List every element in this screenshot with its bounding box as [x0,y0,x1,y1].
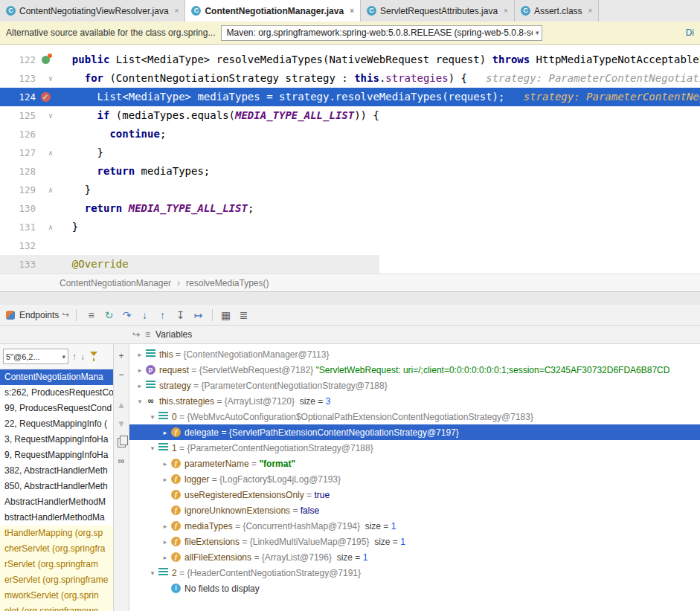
chevron-open-icon[interactable]: ▾ [148,444,157,452]
chevron-closed-icon[interactable]: ▸ [135,366,144,374]
variable-row[interactable]: ▾1 = {ParameterContentNegotiationStrateg… [129,440,700,456]
code-line[interactable]: 124 List<MediaType> mediaTypes = strateg… [0,88,700,106]
filter-frames-icon[interactable] [90,352,97,361]
move-down-icon[interactable]: ▼ [115,416,128,431]
tab-close-icon[interactable]: × [588,7,593,15]
frame-item[interactable]: rServlet (org.springfram [0,557,113,572]
source-jar-select[interactable]: Maven: org.springframework:spring-web:5.… [221,25,542,41]
code-line[interactable]: 130 return MEDIA_TYPE_ALL_LIST; [0,199,700,218]
variable-row[interactable]: ▸allFileExtensions = {ArrayList@7196} si… [129,549,700,565]
jump-to-source-icon[interactable]: ↪ [62,310,68,320]
view-options-icon[interactable]: ≡ [83,307,100,323]
frame-item[interactable]: 850, AbstractHandlerMeth [0,479,113,494]
move-to-watches-icon[interactable]: ↪ [132,329,140,340]
layout-settings-icon[interactable]: ≣ [236,307,252,323]
breakpoint-icon[interactable] [41,92,51,102]
view-as-grid-icon[interactable]: ▦ [218,307,234,323]
editor-tab[interactable]: CContentNegotiationManager.java× [185,0,361,22]
chevron-closed-icon[interactable]: ▸ [135,351,144,358]
variable-row[interactable]: ▸logger = {LogFactory$Log4jLog@7193} [129,471,700,487]
variable-row[interactable]: No fields to display [129,581,700,596]
code-line[interactable]: 133 @Override [0,255,700,274]
variable-row[interactable]: ▸strategy = {ParameterContentNegotiation… [129,378,700,393]
endpoints-tab[interactable]: Endpoints [19,310,59,320]
tab-close-icon[interactable]: × [175,7,179,15]
frame-item[interactable]: mworkServlet (org.sprin [0,588,113,604]
show-watches-icon[interactable]: ∞ [115,453,128,468]
variable-name: fileExtensions [184,537,240,547]
frame-item[interactable]: AbstractHandlerMethodM [0,494,113,510]
code-line[interactable]: 127∧ } [0,143,700,162]
frame-item[interactable]: 22, RequestMappingInfo ( [0,416,113,432]
frame-item[interactable]: s:262, ProducesRequestCo [0,385,113,401]
variable-row[interactable]: ▸request = {ServletWebRequest@7182} "Ser… [129,362,700,378]
tab-close-icon[interactable]: × [504,7,508,15]
variable-row[interactable]: useRegisteredExtensionsOnly = true [129,487,700,502]
code-line[interactable]: 125∨ if (mediaTypes.equals(MEDIA_TYPE_AL… [0,106,700,125]
frame-item[interactable]: 99, ProducesRequestCond [0,401,113,416]
run-to-cursor-icon[interactable]: ↦ [190,307,207,323]
code-line[interactable]: 131∧ } [0,218,700,236]
frame-item[interactable]: elet (org springframewo [0,604,113,611]
add-watch-icon[interactable]: + [115,349,128,363]
drop-frame-icon[interactable]: ↧ [173,307,189,323]
disable-link[interactable]: Di [686,28,694,38]
chevron-closed-icon[interactable]: ▸ [161,476,170,483]
editor-tab[interactable]: CServletRequestAttributes.java× [361,0,515,22]
frame-item[interactable]: bstractHandlerMethodMa [0,510,113,526]
frame-item[interactable]: 3, RequestMappingInfoHa [0,432,113,447]
frame-item[interactable]: 382, AbstractHandlerMeth [0,463,113,479]
chevron-open-icon[interactable]: ▾ [148,413,157,421]
frame-item[interactable]: tHandlerMapping (org.sp [0,526,113,541]
next-frame-icon[interactable]: ↓ [80,352,85,362]
code-line[interactable]: 128 return mediaTypes; [0,162,700,181]
code-line[interactable]: 122 public List<MediaType> resolveMediaT… [0,51,700,69]
chevron-closed-icon[interactable]: ▸ [161,538,170,546]
thread-selector[interactable]: 5"@6,2... ▾ [3,349,68,364]
chevron-closed-icon[interactable]: ▸ [135,382,144,389]
fold-open-icon[interactable]: ∨ [48,69,53,88]
code-line[interactable]: 132 [0,236,700,255]
code-editor[interactable]: 122 public List<MediaType> resolveMediaT… [0,45,700,274]
variable-row[interactable]: ▸parameterName = "format" [129,456,700,471]
remove-watch-icon[interactable]: − [115,367,128,382]
chevron-open-icon[interactable]: ▾ [148,569,157,577]
previous-frame-icon[interactable]: ↑ [72,352,77,362]
code-line[interactable]: 123∨ for (ContentNegotiationStrategy str… [0,69,700,88]
chevron-closed-icon[interactable]: ▸ [161,523,170,530]
step-into-icon[interactable]: ↓ [137,307,153,323]
variable-row[interactable]: ▸mediaTypes = {ConcurrentHashMap@7194} s… [129,518,700,534]
chevron-closed-icon[interactable]: ▸ [161,460,170,468]
variable-row[interactable]: ▾this.strategies = {ArrayList@7120} size… [129,393,700,409]
fold-close-icon[interactable]: ∧ [48,218,53,236]
code-line[interactable]: 129∧ } [0,181,700,199]
chevron-closed-icon[interactable]: ▸ [161,554,170,561]
variable-row[interactable]: ▾2 = {HeaderContentNegotiationStrategy@7… [129,565,700,581]
editor-tab[interactable]: CAssert.class× [515,0,600,22]
fold-close-icon[interactable]: ∧ [48,143,53,162]
frame-item[interactable]: 9, RequestMappingInfoHa [0,447,113,463]
step-out-icon[interactable]: ↑ [155,307,171,323]
breadcrumb-class[interactable]: ContentNegotiationManager [60,278,171,288]
show-execution-point-icon[interactable]: ↻ [101,307,118,323]
frame-item[interactable]: cherServlet (org.springfra [0,541,113,557]
code-line[interactable]: 126 continue; [0,125,700,143]
editor-tab[interactable]: CContentNegotiatingViewResolver.java× [0,0,185,22]
duplicate-icon[interactable] [115,435,128,450]
chevron-closed-icon[interactable]: ▸ [161,429,170,436]
variable-row[interactable]: ▸fileExtensions = {LinkedMultiValueMap@7… [129,534,700,549]
gutter-run-icon[interactable] [42,56,50,64]
variable-row[interactable]: ▾0 = {WebMvcAutoConfiguration$OptionalPa… [129,409,700,424]
variable-row[interactable]: ignoreUnknownExtensions = false [129,502,700,518]
fold-close-icon[interactable]: ∧ [48,181,53,199]
move-up-icon[interactable]: ▲ [115,398,128,413]
variable-row[interactable]: ▸this = {ContentNegotiationManager@7113} [129,346,700,362]
variable-row[interactable]: ▸delegate = {ServletPathExtensionContent… [129,424,700,440]
tab-close-icon[interactable]: × [350,7,354,15]
breadcrumb-method[interactable]: resolveMediaTypes() [186,278,269,288]
frame-item[interactable]: erServlet (org.springframe [0,572,113,588]
fold-open-icon[interactable]: ∨ [48,106,53,125]
step-over-icon[interactable]: ↷ [119,307,135,323]
frame-item[interactable]: ContentNegotiationMana [0,369,113,385]
chevron-open-icon[interactable]: ▾ [135,398,144,405]
